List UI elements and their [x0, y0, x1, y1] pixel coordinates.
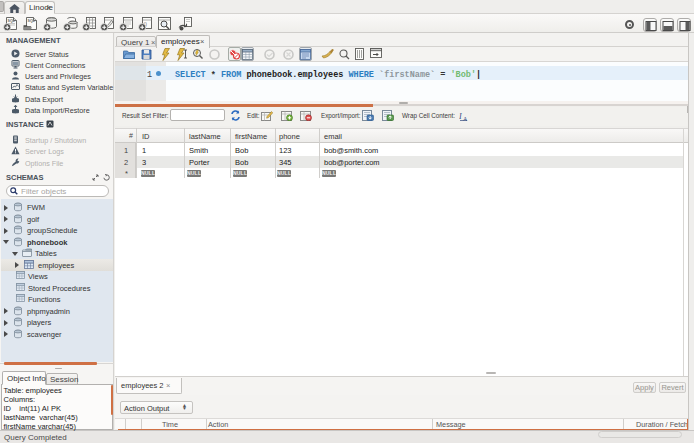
svg-text:SQL: SQL	[28, 19, 36, 23]
svg-text:I: I	[459, 112, 462, 121]
svg-text:SQL: SQL	[8, 19, 16, 23]
